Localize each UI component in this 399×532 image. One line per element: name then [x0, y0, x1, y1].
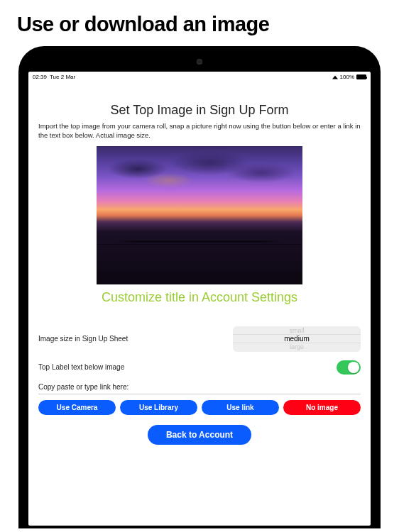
- customize-subtitle: Customize title in Account Settings: [38, 290, 361, 305]
- image-size-picker[interactable]: small medium large: [233, 326, 361, 352]
- device-camera-dot: [197, 59, 202, 65]
- image-size-row: Image size in Sign Up Sheet small medium…: [38, 326, 361, 352]
- top-image-preview[interactable]: [97, 146, 302, 284]
- link-input-label: Copy paste or type link here:: [38, 383, 129, 391]
- picker-option-medium[interactable]: medium: [233, 334, 361, 344]
- picker-option-large[interactable]: large: [233, 343, 361, 350]
- page-title: Set Top Image in Sign Up Form: [38, 103, 361, 118]
- image-size-label: Image size in Sign Up Sheet: [38, 335, 128, 343]
- picker-option-small[interactable]: small: [233, 327, 361, 334]
- action-button-row: Use Camera Use Library Use link No image: [38, 400, 361, 415]
- tablet-frame: 02:39 Tue 2 Mar 100% Set Top Image in Si…: [18, 46, 381, 528]
- status-date: Tue 2 Mar: [50, 74, 75, 80]
- use-camera-button[interactable]: Use Camera: [38, 400, 116, 415]
- status-battery-text: 100%: [340, 74, 354, 80]
- status-time: 02:39: [33, 74, 47, 80]
- top-label-text: Top Label text below image: [38, 363, 124, 371]
- top-label-toggle[interactable]: [337, 360, 361, 375]
- use-link-button[interactable]: Use link: [202, 400, 279, 415]
- status-bar: 02:39 Tue 2 Mar 100%: [28, 72, 371, 82]
- use-library-button[interactable]: Use Library: [120, 400, 197, 415]
- battery-icon: [356, 74, 366, 79]
- device-screen: 02:39 Tue 2 Mar 100% Set Top Image in Si…: [28, 72, 371, 526]
- top-label-row: Top Label text below image: [38, 360, 361, 375]
- wifi-icon: [332, 75, 338, 79]
- page-content: Set Top Image in Sign Up Form Import the…: [28, 82, 371, 445]
- link-input-row[interactable]: Copy paste or type link here:: [38, 383, 361, 394]
- back-to-account-button[interactable]: Back to Account: [148, 425, 251, 445]
- promo-heading: Use or download an image: [0, 0, 399, 46]
- no-image-button[interactable]: No image: [283, 400, 361, 415]
- page-description: Import the top image from your camera ro…: [38, 122, 361, 140]
